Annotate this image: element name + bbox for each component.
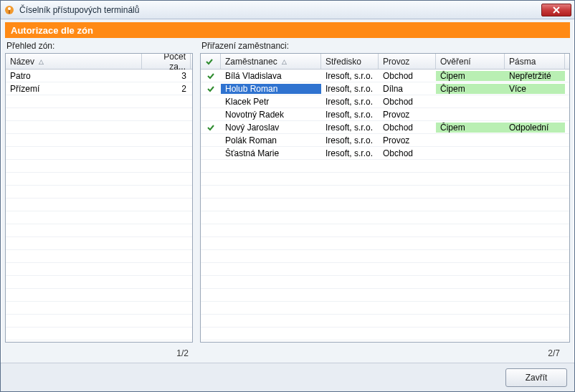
operation-cell: Obchod xyxy=(379,148,436,158)
employees-col-operation[interactable]: Provoz xyxy=(379,54,436,69)
employees-col-name[interactable]: Zaměstnanec △ xyxy=(221,54,321,69)
employees-col-band[interactable]: Pásma xyxy=(505,54,565,69)
zone-count-cell: 3 xyxy=(142,71,191,81)
content-body: Přehled zón: Název △ Počet za... Patro3P… xyxy=(1,39,574,345)
table-row[interactable]: Patro3 xyxy=(6,70,192,82)
row-check-cell[interactable] xyxy=(201,123,221,132)
table-row xyxy=(6,134,192,147)
close-icon xyxy=(552,6,561,14)
employee-name-cell: Holub Roman xyxy=(221,84,321,94)
table-row xyxy=(201,173,569,186)
table-row xyxy=(6,340,192,342)
table-row xyxy=(201,237,569,250)
table-row xyxy=(6,211,192,224)
employees-caption: Přiřazení zaměstnanci: xyxy=(200,39,570,53)
table-row xyxy=(201,328,569,340)
pager-bar: 1/2 2/7 xyxy=(1,345,574,363)
employees-col-auth[interactable]: Ověření xyxy=(436,54,505,69)
employee-name-cell: Polák Roman xyxy=(221,135,321,145)
table-row xyxy=(6,147,192,160)
close-button[interactable]: Zavřít xyxy=(505,368,567,387)
operation-cell: Obchod xyxy=(379,123,436,133)
table-row xyxy=(201,289,569,302)
employees-col-center[interactable]: Středisko xyxy=(321,54,379,69)
table-row[interactable]: Holub RomanIresoft, s.r.o.DílnaČipemVíce xyxy=(201,82,569,95)
table-row xyxy=(6,263,192,276)
operation-cell: Dílna xyxy=(379,84,436,94)
table-row xyxy=(6,237,192,250)
app-window: Číselník přístupových terminálů Autoriza… xyxy=(0,0,575,392)
table-row xyxy=(201,263,569,276)
employee-name-cell: Novotný Radek xyxy=(221,110,321,120)
zones-grid-body[interactable]: Patro3Přízemí2 xyxy=(6,70,192,342)
table-row xyxy=(6,199,192,211)
window-close-button[interactable] xyxy=(541,4,571,16)
button-bar: Zavřít xyxy=(1,363,574,391)
zones-pager: 1/2 xyxy=(8,348,196,358)
employees-panel: Přiřazení zaměstnanci: Zaměstnanec △ Stř… xyxy=(200,39,570,343)
check-icon xyxy=(206,72,215,80)
table-row[interactable]: Šťastná MarieIresoft, s.r.o.Obchod xyxy=(201,147,569,160)
table-row[interactable]: Přízemí2 xyxy=(6,82,192,95)
table-row xyxy=(6,250,192,263)
zones-col-count[interactable]: Počet za... xyxy=(142,54,191,69)
auth-cell: Čipem xyxy=(436,123,505,133)
center-cell: Iresoft, s.r.o. xyxy=(321,123,379,133)
auth-cell: Čipem xyxy=(436,71,505,81)
table-row xyxy=(201,340,569,342)
table-row[interactable]: Polák RomanIresoft, s.r.o.Provoz xyxy=(201,134,569,147)
employee-name-cell: Klacek Petr xyxy=(221,97,321,107)
operation-cell: Obchod xyxy=(379,71,436,81)
table-row xyxy=(201,186,569,199)
table-row xyxy=(6,173,192,186)
table-row xyxy=(201,250,569,263)
table-row xyxy=(201,160,569,173)
table-row xyxy=(6,186,192,199)
table-row xyxy=(6,224,192,237)
center-cell: Iresoft, s.r.o. xyxy=(321,135,379,145)
zones-panel: Přehled zón: Název △ Počet za... Patro3P… xyxy=(5,39,193,343)
app-icon xyxy=(4,4,15,16)
table-row xyxy=(6,121,192,134)
employees-col-check[interactable] xyxy=(201,54,221,69)
check-icon xyxy=(206,85,215,93)
employee-name-cell: Nový Jaroslav xyxy=(221,123,321,133)
band-cell: Odpolední xyxy=(505,123,565,133)
section-title: Autorizace dle zón xyxy=(11,25,93,36)
operation-cell: Provoz xyxy=(379,110,436,120)
center-cell: Iresoft, s.r.o. xyxy=(321,97,379,107)
center-cell: Iresoft, s.r.o. xyxy=(321,84,379,94)
employee-name-cell: Bílá Vladislava xyxy=(221,71,321,81)
zones-caption: Přehled zón: xyxy=(5,39,193,53)
zone-name-cell: Patro xyxy=(6,71,142,81)
employees-grid-body[interactable]: Bílá VladislavaIresoft, s.r.o.ObchodČipe… xyxy=(201,70,569,342)
table-row[interactable]: Klacek PetrIresoft, s.r.o.Obchod xyxy=(201,95,569,108)
table-row xyxy=(6,108,192,121)
operation-cell: Provoz xyxy=(379,135,436,145)
table-row xyxy=(6,328,192,340)
sort-asc-icon: △ xyxy=(39,58,44,65)
row-check-cell[interactable] xyxy=(201,72,221,80)
section-header: Autorizace dle zón xyxy=(5,22,570,38)
check-icon xyxy=(205,57,214,66)
table-row xyxy=(201,211,569,224)
svg-rect-1 xyxy=(9,10,10,14)
table-row[interactable]: Novotný RadekIresoft, s.r.o.Provoz xyxy=(201,108,569,121)
zones-col-name[interactable]: Název △ xyxy=(6,54,142,69)
sort-asc-icon: △ xyxy=(282,58,287,65)
center-cell: Iresoft, s.r.o. xyxy=(321,148,379,158)
zones-grid-header: Název △ Počet za... xyxy=(6,54,192,70)
svg-point-2 xyxy=(8,7,11,10)
table-row[interactable]: Bílá VladislavaIresoft, s.r.o.ObchodČipe… xyxy=(201,70,569,82)
operation-cell: Obchod xyxy=(379,97,436,107)
zones-grid: Název △ Počet za... Patro3Přízemí2 xyxy=(5,53,193,343)
employees-grid: Zaměstnanec △ Středisko Provoz Ověření P… xyxy=(200,53,570,343)
table-row xyxy=(201,302,569,315)
table-row xyxy=(201,276,569,289)
row-check-cell[interactable] xyxy=(201,85,221,93)
table-row[interactable]: Nový JaroslavIresoft, s.r.o.ObchodČipemO… xyxy=(201,121,569,134)
employee-name-cell: Šťastná Marie xyxy=(221,148,321,158)
employees-pager: 2/7 xyxy=(196,348,567,358)
center-cell: Iresoft, s.r.o. xyxy=(321,71,379,81)
window-title: Číselník přístupových terminálů xyxy=(19,5,541,15)
